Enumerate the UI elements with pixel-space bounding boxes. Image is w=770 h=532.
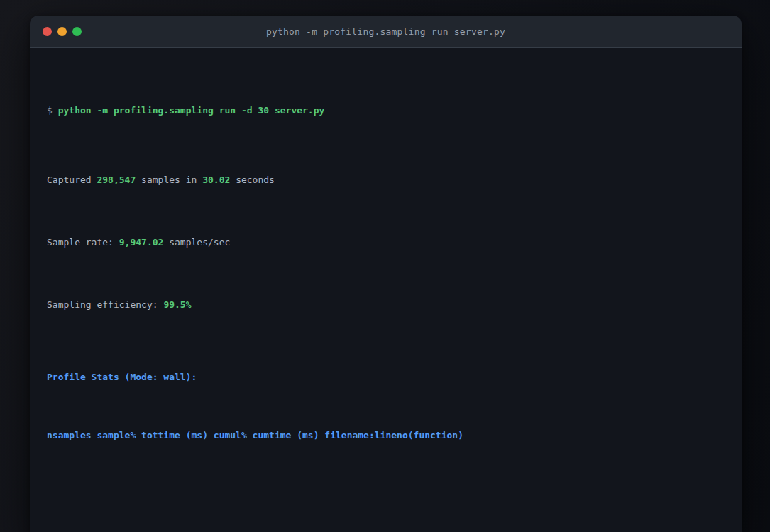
sample-rate-label: Sample rate: — [47, 237, 119, 248]
command-text: python -m profiling.sampling run -d 30 s… — [58, 105, 325, 116]
profile-stats-heading: Profile Stats (Mode: wall): — [47, 370, 727, 384]
efficiency-value: 99.5% — [163, 299, 191, 310]
stats-column-header: nsamples sample% tottime (ms) cumul% cum… — [47, 428, 727, 443]
command-line: $ python -m profiling.sampling run -d 30… — [47, 104, 727, 118]
sample-rate-unit: samples/sec — [163, 237, 230, 248]
sample-rate-line: Sample rate: 9,947.02 samples/sec — [47, 235, 727, 250]
terminal-body[interactable]: $ python -m profiling.sampling run -d 30… — [30, 48, 742, 532]
efficiency-label: Sampling efficiency: — [47, 299, 163, 310]
captured-duration-value: 30.02 — [202, 174, 230, 185]
window-title: python -m profiling.sampling run server.… — [30, 26, 742, 37]
captured-label-3: seconds — [230, 174, 275, 185]
captured-line: Captured 298,547 samples in 30.02 second… — [47, 173, 727, 187]
titlebar[interactable]: python -m profiling.sampling run server.… — [30, 16, 742, 48]
terminal-window: python -m profiling.sampling run server.… — [30, 16, 742, 532]
desktop-background: python -m profiling.sampling run server.… — [0, 0, 770, 532]
captured-label: Captured — [47, 174, 97, 185]
sample-rate-value: 9,947.02 — [119, 237, 164, 248]
shell-prompt: $ — [47, 105, 58, 116]
captured-label-2: samples in — [136, 174, 202, 185]
table-divider — [47, 494, 725, 494]
captured-samples-value: 298,547 — [97, 174, 136, 185]
efficiency-line: Sampling efficiency: 99.5% — [47, 298, 727, 312]
